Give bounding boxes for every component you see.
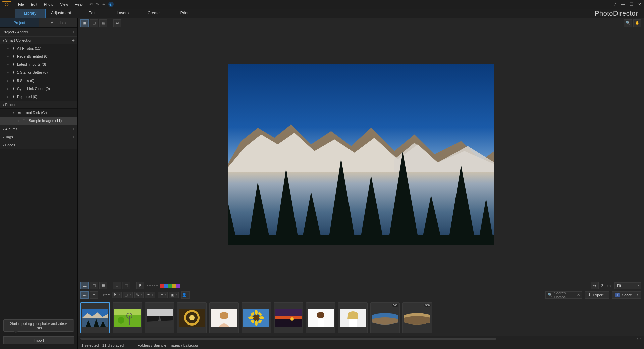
folder-disk[interactable]: ▾▭ Local Disk (C:): [0, 109, 77, 117]
pano-badge: 360: [392, 304, 398, 307]
smart-item[interactable]: ▹✶1 Star or Better (0): [0, 68, 77, 77]
section-folders[interactable]: Folders: [0, 101, 77, 109]
filter-flag[interactable]: ⚑: [112, 292, 122, 298]
settings-icon[interactable]: ✦: [102, 2, 106, 7]
thumbnail[interactable]: [80, 302, 110, 333]
tab-adjustment[interactable]: Adjustment: [46, 9, 76, 18]
scroll-left-icon[interactable]: ◂: [637, 337, 638, 340]
smart-item[interactable]: ▹✶5 Stars (0): [0, 77, 77, 85]
collection-icon: ✶: [12, 54, 15, 59]
subtab-metadata[interactable]: Metadata: [39, 18, 78, 27]
layout-1-icon[interactable]: ▬: [80, 282, 89, 289]
svg-point-19: [248, 316, 254, 319]
filter-edited[interactable]: ✎: [134, 292, 144, 298]
layout-2-icon[interactable]: ◫: [90, 282, 98, 289]
color-labels[interactable]: [160, 284, 180, 288]
add-project-icon[interactable]: +: [72, 30, 75, 34]
thumbnail[interactable]: [241, 302, 271, 333]
view-grid-icon[interactable]: ▦: [99, 19, 107, 27]
menu-view[interactable]: View: [57, 0, 71, 9]
view-compare-icon[interactable]: ◫: [90, 19, 98, 27]
section-faces[interactable]: Faces: [0, 141, 77, 149]
scroll-right-icon[interactable]: ▸: [640, 337, 641, 340]
clear-search-icon[interactable]: ✕: [577, 293, 580, 297]
share-button[interactable]: f Share...▾: [612, 291, 641, 299]
thumbnail[interactable]: 360: [370, 302, 400, 333]
thumbnail[interactable]: [306, 302, 335, 333]
color-swatch[interactable]: [176, 284, 180, 288]
view-secondary-icon[interactable]: ⧉: [113, 19, 121, 27]
hand-tool-icon[interactable]: ✋: [633, 19, 641, 27]
add-album-icon[interactable]: +: [72, 127, 75, 131]
smart-item[interactable]: ▹✶CyberLink Cloud (0): [0, 85, 77, 93]
tab-print[interactable]: Print: [169, 9, 200, 18]
filter-label-dd[interactable]: ▢: [123, 292, 133, 298]
svg-rect-31: [318, 319, 324, 327]
filter-more[interactable]: ⋯: [145, 292, 155, 298]
search-tool-icon[interactable]: 🔍: [624, 19, 632, 27]
search-input[interactable]: 🔍 Search Photos ✕: [545, 291, 582, 299]
menu-help[interactable]: Help: [71, 0, 86, 9]
rating-dots[interactable]: [146, 285, 159, 286]
thumbnail[interactable]: [177, 302, 207, 333]
folder-icon: 🗀: [23, 119, 26, 123]
smart-item[interactable]: ▹✶All Photos (11): [0, 44, 77, 52]
undo-icon[interactable]: ↶: [89, 2, 93, 7]
thumb-scrollbar[interactable]: [80, 338, 496, 340]
section-tags[interactable]: Tags +: [0, 133, 77, 141]
add-person-icon[interactable]: 👤+: [181, 291, 190, 299]
tab-create[interactable]: Create: [138, 9, 169, 18]
thumbnail[interactable]: 360: [402, 302, 432, 333]
sort-icon[interactable]: ≡▾: [591, 282, 599, 289]
face-tag-icon[interactable]: ☺: [113, 282, 121, 289]
photo-viewer[interactable]: [78, 28, 644, 281]
thumbnail[interactable]: [338, 302, 368, 333]
section-smart-collection[interactable]: Smart Collection +: [0, 36, 77, 44]
thumb-list-icon[interactable]: ≡: [90, 291, 98, 299]
close-icon[interactable]: ✕: [638, 2, 641, 7]
view-single-icon[interactable]: ▣: [80, 19, 89, 27]
thumbnail[interactable]: [113, 302, 142, 333]
subtab-project[interactable]: Project: [0, 18, 39, 27]
cloud-sync-icon[interactable]: ◐: [108, 2, 114, 7]
pano-badge: 360: [424, 304, 431, 307]
flag-icon[interactable]: ⚑: [136, 282, 144, 289]
help-icon[interactable]: ?: [614, 2, 616, 7]
svg-rect-34: [349, 319, 357, 327]
layout-3-icon[interactable]: ▦: [99, 282, 107, 289]
add-tag-icon[interactable]: +: [72, 135, 75, 139]
crop-icon[interactable]: ▢: [122, 282, 130, 289]
filter-sort[interactable]: ↕≡: [158, 292, 168, 298]
thumbnail[interactable]: [274, 302, 303, 333]
menu-edit[interactable]: Edit: [28, 0, 41, 9]
export-button[interactable]: ⤓Export...: [585, 291, 610, 299]
color-swatch[interactable]: [172, 284, 176, 288]
tab-edit[interactable]: Edit: [76, 9, 107, 18]
folder-sample-images[interactable]: ▹🗀 Sample Images (11): [0, 117, 77, 125]
thumb-small-icon[interactable]: ▪▪▪: [80, 291, 89, 299]
zoom-label: Zoom:: [601, 284, 612, 288]
filter-stack[interactable]: ▣: [169, 292, 179, 298]
section-albums[interactable]: Albums +: [0, 125, 77, 133]
import-button[interactable]: Import: [3, 336, 74, 344]
tab-library[interactable]: Library: [15, 9, 46, 18]
smart-item[interactable]: ▹✶Recently Edited (0): [0, 52, 77, 60]
zoom-select[interactable]: Fit: [614, 282, 641, 289]
minimize-icon[interactable]: —: [621, 2, 625, 7]
smart-item[interactable]: ▹✶Latest Imports (0): [0, 60, 77, 68]
menu-photo[interactable]: Photo: [41, 0, 57, 9]
maximize-icon[interactable]: ❐: [630, 2, 633, 7]
collection-icon: ✶: [12, 46, 15, 51]
color-swatch[interactable]: [164, 284, 168, 288]
redo-icon[interactable]: ↷: [96, 2, 99, 7]
tab-layers[interactable]: Layers: [107, 9, 138, 18]
collection-icon: ✶: [12, 62, 15, 67]
color-swatch[interactable]: [160, 284, 164, 288]
color-swatch[interactable]: [168, 284, 172, 288]
menu-file[interactable]: File: [15, 0, 28, 9]
svg-point-12: [189, 315, 195, 320]
thumbnail[interactable]: [145, 302, 174, 333]
smart-item[interactable]: ▹✶Rejected (0): [0, 93, 77, 101]
thumbnail[interactable]: [209, 302, 239, 333]
add-smart-icon[interactable]: +: [72, 38, 75, 43]
